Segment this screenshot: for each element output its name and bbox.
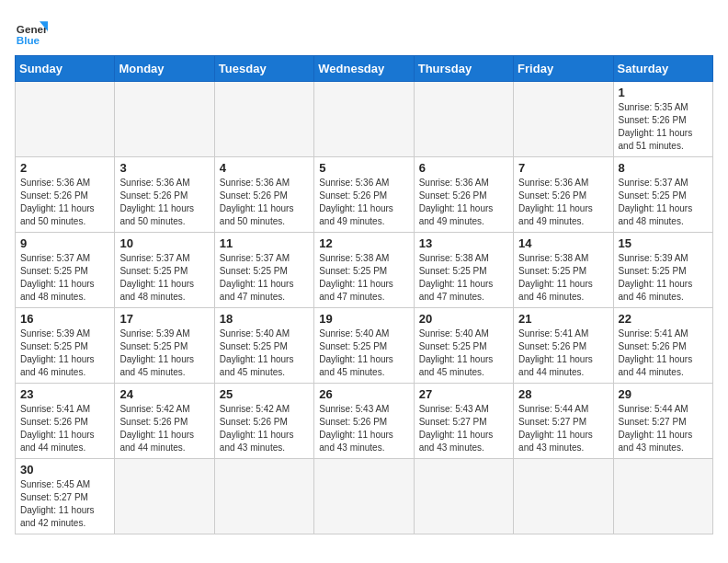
- day-info: Sunrise: 5:35 AM Sunset: 5:26 PM Dayligh…: [619, 101, 708, 153]
- calendar-cell: 10Sunrise: 5:37 AM Sunset: 5:25 PM Dayli…: [115, 233, 214, 308]
- calendar-cell: [16, 82, 115, 157]
- day-number: 8: [619, 161, 708, 175]
- day-info: Sunrise: 5:40 AM Sunset: 5:25 PM Dayligh…: [319, 327, 408, 379]
- calendar-cell: [514, 82, 613, 157]
- calendar-cell: 28Sunrise: 5:44 AM Sunset: 5:27 PM Dayli…: [514, 384, 613, 459]
- calendar-body: 1Sunrise: 5:35 AM Sunset: 5:26 PM Daylig…: [16, 82, 713, 534]
- day-info: Sunrise: 5:42 AM Sunset: 5:26 PM Dayligh…: [220, 403, 309, 454]
- day-info: Sunrise: 5:36 AM Sunset: 5:26 PM Dayligh…: [419, 177, 508, 228]
- calendar-cell: 3Sunrise: 5:36 AM Sunset: 5:26 PM Daylig…: [115, 157, 214, 233]
- day-number: 20: [419, 312, 508, 326]
- day-info: Sunrise: 5:39 AM Sunset: 5:25 PM Dayligh…: [20, 327, 109, 379]
- calendar-cell: 7Sunrise: 5:36 AM Sunset: 5:26 PM Daylig…: [514, 157, 613, 233]
- calendar-cell: 30Sunrise: 5:45 AM Sunset: 5:27 PM Dayli…: [16, 459, 115, 534]
- day-info: Sunrise: 5:45 AM Sunset: 5:27 PM Dayligh…: [20, 478, 109, 530]
- weekday-header-thursday: Thursday: [414, 56, 513, 82]
- day-info: Sunrise: 5:36 AM Sunset: 5:26 PM Dayligh…: [119, 177, 209, 228]
- day-info: Sunrise: 5:39 AM Sunset: 5:25 PM Dayligh…: [619, 252, 708, 304]
- day-info: Sunrise: 5:40 AM Sunset: 5:25 PM Dayligh…: [419, 327, 508, 379]
- calendar-cell: 20Sunrise: 5:40 AM Sunset: 5:25 PM Dayli…: [414, 308, 513, 384]
- calendar-cell: 25Sunrise: 5:42 AM Sunset: 5:26 PM Dayli…: [214, 384, 313, 459]
- day-number: 17: [119, 312, 209, 326]
- day-info: Sunrise: 5:41 AM Sunset: 5:26 PM Dayligh…: [20, 403, 109, 454]
- day-number: 11: [220, 236, 309, 250]
- page-header: General Blue: [15, 15, 713, 48]
- calendar-cell: [613, 459, 712, 534]
- calendar-cell: 27Sunrise: 5:43 AM Sunset: 5:27 PM Dayli…: [414, 384, 513, 459]
- day-info: Sunrise: 5:38 AM Sunset: 5:25 PM Dayligh…: [319, 252, 408, 304]
- calendar-cell: 4Sunrise: 5:36 AM Sunset: 5:26 PM Daylig…: [214, 157, 313, 233]
- day-number: 27: [419, 387, 508, 401]
- day-number: 19: [319, 312, 408, 326]
- day-info: Sunrise: 5:36 AM Sunset: 5:26 PM Dayligh…: [220, 177, 309, 228]
- day-number: 25: [220, 387, 309, 401]
- day-info: Sunrise: 5:44 AM Sunset: 5:27 PM Dayligh…: [619, 403, 708, 454]
- calendar-cell: [414, 82, 513, 157]
- weekday-header-wednesday: Wednesday: [314, 56, 414, 82]
- day-number: 14: [518, 236, 608, 250]
- calendar-cell: 6Sunrise: 5:36 AM Sunset: 5:26 PM Daylig…: [414, 157, 513, 233]
- calendar-cell: 11Sunrise: 5:37 AM Sunset: 5:25 PM Dayli…: [214, 233, 313, 308]
- day-info: Sunrise: 5:43 AM Sunset: 5:26 PM Dayligh…: [319, 403, 408, 454]
- weekday-header-friday: Friday: [514, 56, 613, 82]
- day-number: 21: [518, 312, 608, 326]
- calendar-cell: [514, 459, 613, 534]
- calendar-cell: [314, 82, 414, 157]
- day-number: 12: [319, 236, 408, 250]
- calendar-week-row: 23Sunrise: 5:41 AM Sunset: 5:26 PM Dayli…: [16, 384, 713, 459]
- calendar-week-row: 1Sunrise: 5:35 AM Sunset: 5:26 PM Daylig…: [16, 82, 713, 157]
- day-info: Sunrise: 5:41 AM Sunset: 5:26 PM Dayligh…: [518, 327, 608, 379]
- logo-icon: General Blue: [15, 15, 48, 48]
- day-number: 5: [319, 161, 408, 175]
- day-number: 23: [20, 387, 109, 401]
- day-info: Sunrise: 5:37 AM Sunset: 5:25 PM Dayligh…: [119, 252, 209, 304]
- calendar-cell: 21Sunrise: 5:41 AM Sunset: 5:26 PM Dayli…: [514, 308, 613, 384]
- day-info: Sunrise: 5:40 AM Sunset: 5:25 PM Dayligh…: [220, 327, 309, 379]
- day-info: Sunrise: 5:38 AM Sunset: 5:25 PM Dayligh…: [419, 252, 508, 304]
- day-number: 22: [619, 312, 708, 326]
- calendar-cell: 16Sunrise: 5:39 AM Sunset: 5:25 PM Dayli…: [16, 308, 115, 384]
- day-number: 6: [419, 161, 508, 175]
- day-info: Sunrise: 5:38 AM Sunset: 5:25 PM Dayligh…: [518, 252, 608, 304]
- day-info: Sunrise: 5:36 AM Sunset: 5:26 PM Dayligh…: [518, 177, 608, 228]
- calendar-table: SundayMondayTuesdayWednesdayThursdayFrid…: [15, 55, 713, 534]
- day-info: Sunrise: 5:43 AM Sunset: 5:27 PM Dayligh…: [419, 403, 508, 454]
- calendar-cell: 9Sunrise: 5:37 AM Sunset: 5:25 PM Daylig…: [16, 233, 115, 308]
- day-number: 10: [119, 236, 209, 250]
- day-info: Sunrise: 5:36 AM Sunset: 5:26 PM Dayligh…: [20, 177, 109, 228]
- day-number: 1: [619, 86, 708, 99]
- day-info: Sunrise: 5:36 AM Sunset: 5:26 PM Dayligh…: [319, 177, 408, 228]
- calendar-cell: 19Sunrise: 5:40 AM Sunset: 5:25 PM Dayli…: [314, 308, 414, 384]
- day-number: 29: [619, 387, 708, 401]
- calendar-cell: 17Sunrise: 5:39 AM Sunset: 5:25 PM Dayli…: [115, 308, 214, 384]
- day-number: 26: [319, 387, 408, 401]
- day-number: 4: [220, 161, 309, 175]
- day-info: Sunrise: 5:41 AM Sunset: 5:26 PM Dayligh…: [619, 327, 708, 379]
- calendar-cell: 5Sunrise: 5:36 AM Sunset: 5:26 PM Daylig…: [314, 157, 414, 233]
- calendar-cell: [414, 459, 513, 534]
- day-number: 13: [419, 236, 508, 250]
- calendar-cell: [314, 459, 414, 534]
- day-info: Sunrise: 5:37 AM Sunset: 5:25 PM Dayligh…: [619, 177, 708, 228]
- day-info: Sunrise: 5:39 AM Sunset: 5:25 PM Dayligh…: [119, 327, 209, 379]
- calendar-header-row: SundayMondayTuesdayWednesdayThursdayFrid…: [16, 56, 713, 82]
- weekday-header-saturday: Saturday: [613, 56, 712, 82]
- calendar-cell: 15Sunrise: 5:39 AM Sunset: 5:25 PM Dayli…: [613, 233, 712, 308]
- calendar-cell: 22Sunrise: 5:41 AM Sunset: 5:26 PM Dayli…: [613, 308, 712, 384]
- day-number: 9: [20, 236, 109, 250]
- day-info: Sunrise: 5:44 AM Sunset: 5:27 PM Dayligh…: [518, 403, 608, 454]
- weekday-header-monday: Monday: [115, 56, 214, 82]
- weekday-header-sunday: Sunday: [16, 56, 115, 82]
- calendar-cell: 23Sunrise: 5:41 AM Sunset: 5:26 PM Dayli…: [16, 384, 115, 459]
- weekday-header-tuesday: Tuesday: [214, 56, 313, 82]
- calendar-cell: [115, 82, 214, 157]
- day-number: 7: [518, 161, 608, 175]
- logo: General Blue: [15, 15, 48, 48]
- day-info: Sunrise: 5:42 AM Sunset: 5:26 PM Dayligh…: [119, 403, 209, 454]
- day-number: 18: [220, 312, 309, 326]
- calendar-cell: 18Sunrise: 5:40 AM Sunset: 5:25 PM Dayli…: [214, 308, 313, 384]
- calendar-cell: 12Sunrise: 5:38 AM Sunset: 5:25 PM Dayli…: [314, 233, 414, 308]
- day-number: 2: [20, 161, 109, 175]
- day-info: Sunrise: 5:37 AM Sunset: 5:25 PM Dayligh…: [220, 252, 309, 304]
- calendar-cell: 1Sunrise: 5:35 AM Sunset: 5:26 PM Daylig…: [613, 82, 712, 157]
